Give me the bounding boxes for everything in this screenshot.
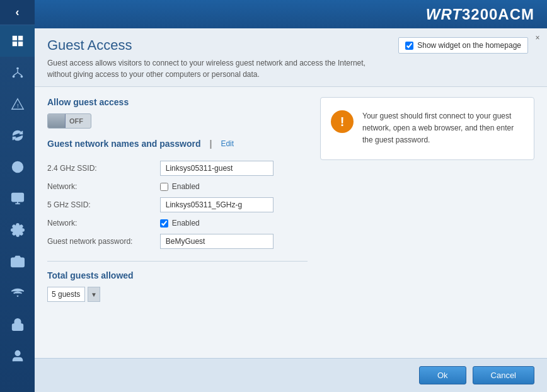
sidebar: ‹ !	[0, 0, 35, 392]
ssid-24-label: 2.4 GHz SSID:	[47, 158, 160, 179]
app-logo: WRT3200ACM	[426, 6, 534, 23]
svg-point-17	[15, 260, 20, 264]
guests-select-row: 1 guest 2 guests 3 guests 4 guests 5 gue…	[47, 287, 308, 302]
logo-wrt: WRT	[426, 6, 462, 23]
wifi-icon	[11, 286, 25, 300]
svg-point-4	[16, 67, 19, 70]
left-column: Allow guest access OFF Guest network nam…	[47, 97, 308, 302]
svg-point-6	[20, 76, 23, 78]
password-input-cell	[160, 231, 308, 252]
network-5-enabled-label[interactable]: Enabled	[172, 219, 200, 228]
sidebar-item-clock[interactable]	[0, 151, 35, 183]
ssid-5-label: 5 GHz SSID:	[47, 194, 160, 216]
password-label: Guest network password:	[47, 231, 160, 252]
close-button[interactable]: ×	[533, 33, 542, 42]
panel-body: Allow guest access OFF Guest network nam…	[35, 87, 547, 358]
grid-icon	[11, 34, 25, 48]
show-widget-checkbox[interactable]	[405, 42, 413, 50]
network-5-row: Network: Enabled	[47, 216, 308, 231]
info-icon: !	[331, 110, 354, 133]
ssid-24-input[interactable]	[160, 161, 274, 176]
svg-text:!: !	[17, 103, 19, 109]
sidebar-item-settings[interactable]	[0, 214, 35, 246]
panel-footer: Ok Cancel	[35, 358, 547, 392]
svg-point-20	[15, 351, 20, 355]
sidebar-item-wifi[interactable]	[0, 277, 35, 309]
guest-network-header: Guest network names and password | Edit	[47, 139, 308, 149]
network-24-row: Network: Enabled	[47, 179, 308, 194]
svg-point-5	[12, 76, 14, 78]
back-button[interactable]: ‹	[0, 0, 35, 25]
guest-access-toggle[interactable]: OFF	[47, 113, 91, 129]
svg-rect-19	[12, 324, 23, 330]
cancel-button[interactable]: Cancel	[473, 366, 534, 384]
info-box: ! Your guest should first connect to you…	[320, 97, 534, 160]
logo-model: 3200ACM	[462, 6, 534, 23]
svg-rect-2	[12, 42, 16, 46]
network-5-checkbox-cell: Enabled	[160, 216, 308, 231]
network-icon	[11, 66, 25, 79]
network-5-label: Network:	[47, 216, 160, 231]
allow-guest-section-title: Allow guest access	[47, 97, 308, 107]
network-24-checkbox[interactable]	[160, 183, 168, 191]
show-widget-area: Show widget on the homepage	[398, 37, 528, 54]
network-5-checkbox-row: Enabled	[160, 219, 302, 228]
alert-icon: !	[11, 97, 25, 111]
sidebar-item-lock[interactable]	[0, 309, 35, 340]
back-icon: ‹	[16, 6, 20, 19]
svg-line-9	[18, 72, 21, 76]
panel-header: Guest Access Guest access allows visitor…	[35, 28, 547, 87]
total-guests-section: Total guests allowed 1 guest 2 guests 3 …	[47, 270, 308, 302]
toggle-row: OFF	[47, 113, 308, 129]
gear-icon	[11, 223, 25, 237]
guest-network-form: 2.4 GHz SSID: Network: Enabled	[47, 158, 308, 252]
svg-rect-0	[12, 36, 16, 40]
ssid-24-row: 2.4 GHz SSID:	[47, 158, 308, 179]
guests-select[interactable]: 1 guest 2 guests 3 guests 4 guests 5 gue…	[47, 287, 85, 302]
content-panel: Guest Access Guest access allows visitor…	[35, 28, 547, 392]
ssid-5-row: 5 GHz SSID:	[47, 194, 308, 216]
sidebar-item-dashboard[interactable]	[0, 25, 35, 57]
main-content: WRT3200ACM Guest Access Guest access all…	[35, 0, 547, 392]
guest-network-title: Guest network names and password	[47, 139, 201, 149]
network-24-checkbox-row: Enabled	[160, 182, 302, 191]
network-24-label: Network:	[47, 179, 160, 194]
sidebar-item-monitor[interactable]	[0, 183, 35, 214]
network-24-enabled-label[interactable]: Enabled	[172, 182, 200, 191]
svg-rect-13	[11, 193, 23, 202]
ssid-5-input-cell	[160, 194, 308, 216]
password-row: Guest network password:	[47, 231, 308, 252]
right-column: ! Your guest should first connect to you…	[320, 97, 534, 302]
ok-button[interactable]: Ok	[419, 366, 466, 384]
monitor-icon	[11, 192, 25, 205]
user-icon	[11, 349, 25, 363]
edit-link[interactable]: Edit	[221, 139, 234, 148]
svg-rect-1	[18, 36, 22, 40]
refresh-icon	[11, 129, 25, 142]
show-widget-label[interactable]: Show widget on the homepage	[417, 41, 521, 50]
separator: |	[210, 139, 212, 149]
network-24-checkbox-cell: Enabled	[160, 179, 308, 194]
total-guests-title: Total guests allowed	[47, 270, 308, 280]
section-divider	[47, 261, 308, 262]
toggle-state-label: OFF	[66, 117, 87, 125]
sidebar-item-refresh[interactable]	[0, 120, 35, 151]
two-column-layout: Allow guest access OFF Guest network nam…	[47, 97, 534, 302]
clock-icon	[11, 160, 25, 174]
toggle-handle	[48, 113, 66, 129]
panel-description: Guest access allows visitors to connect …	[47, 57, 375, 80]
ssid-24-input-cell	[160, 158, 308, 179]
sidebar-item-user[interactable]	[0, 340, 35, 372]
sidebar-item-camera[interactable]	[0, 246, 35, 277]
password-input[interactable]	[160, 234, 274, 249]
camera-icon	[11, 255, 25, 268]
select-dropdown-arrow[interactable]: ▼	[88, 287, 100, 302]
lock-icon	[11, 318, 25, 331]
svg-line-8	[13, 72, 17, 76]
ssid-5-input[interactable]	[160, 197, 274, 212]
svg-rect-3	[18, 42, 22, 46]
info-text: Your guest should first connect to your …	[362, 110, 524, 147]
network-5-checkbox[interactable]	[160, 219, 168, 228]
sidebar-item-network[interactable]	[0, 57, 35, 88]
sidebar-item-alert[interactable]: !	[0, 88, 35, 120]
